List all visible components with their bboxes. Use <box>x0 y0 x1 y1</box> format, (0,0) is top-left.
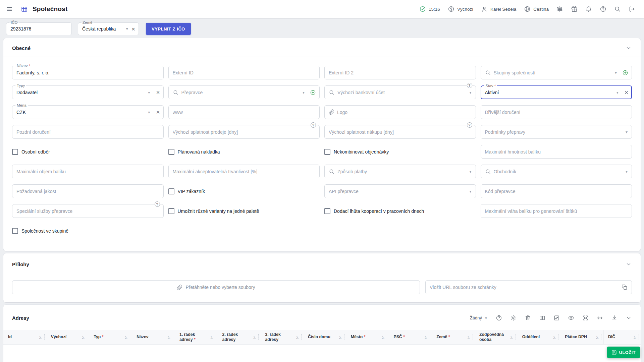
mena-field[interactable]: MěnaCZK▾× <box>12 105 164 119</box>
typy-field[interactable]: TypyDodavatel▾× <box>12 85 164 99</box>
field-help-icon[interactable]: ? <box>155 201 160 207</box>
checkbox-box[interactable] <box>12 228 18 234</box>
aggregate-icon[interactable]: Σ <box>595 335 600 340</box>
column-resize-handle[interactable] <box>173 334 173 340</box>
dropdown-caret-icon[interactable]: ▾ <box>614 71 618 75</box>
maximalni-hmotnost-baliku-field[interactable]: Maximální hmotnost balíku <box>481 145 632 159</box>
add-icon[interactable] <box>622 70 628 76</box>
column-header-zodpovedna-osoba[interactable]: Zodpovědná osobaΣ <box>475 330 518 344</box>
column-resize-handle[interactable] <box>216 334 216 340</box>
search-icon[interactable] <box>614 6 621 12</box>
fit-width-icon[interactable] <box>597 315 603 321</box>
fill-from-ico-button[interactable]: VYPLNIT Z IČO <box>146 23 191 35</box>
www-field[interactable]: www <box>168 105 320 119</box>
field-help-icon[interactable]: ? <box>311 122 316 128</box>
language-menu[interactable]: Čeština <box>524 6 549 12</box>
column-header-vychozi[interactable]: VýchozíΣ <box>46 330 89 344</box>
column-resize-handle[interactable] <box>430 334 430 340</box>
dropdown-caret-icon[interactable]: ▾ <box>302 90 305 95</box>
aggregate-icon[interactable]: Σ <box>381 335 385 340</box>
focus-area-icon[interactable] <box>582 315 589 321</box>
paste-from-clipboard-icon[interactable] <box>622 284 628 290</box>
clear-icon[interactable]: × <box>131 26 135 32</box>
vychozi-bankovni-ucet-field[interactable]: Výchozí bankovní účet▾? <box>324 85 476 99</box>
collapse-chevron-icon[interactable] <box>625 261 632 267</box>
externi-id-field[interactable]: Externí ID <box>168 66 320 79</box>
nekombinovat-objednavky-checkbox[interactable]: Nekombinovat objednávky <box>324 145 476 159</box>
aggregate-icon[interactable]: Σ <box>209 335 214 340</box>
sync-status[interactable]: 15:16 <box>419 6 440 12</box>
help-icon[interactable] <box>496 315 502 321</box>
aggregate-icon[interactable]: Σ <box>81 335 86 340</box>
zpusob-platby-field[interactable]: Způsob platby▾ <box>324 165 476 178</box>
vychozi-splatnost-nakupu-field[interactable]: Výchozí splatnost nákupu [dny]? <box>324 125 476 139</box>
signpost-icon[interactable] <box>556 6 563 12</box>
aggregate-icon[interactable]: Σ <box>509 335 514 340</box>
specialni-sluzby-prepravce-field[interactable]: Speciální služby přepravce? <box>12 204 164 218</box>
skupiny-spolecnosti-field[interactable]: Skupiny společností▾ <box>481 66 632 79</box>
checkbox-box[interactable] <box>168 149 174 155</box>
bell-icon[interactable] <box>585 6 592 12</box>
dropdown-caret-icon[interactable]: ▾ <box>147 110 151 114</box>
column-resize-handle[interactable] <box>44 334 45 340</box>
obchodnik-field[interactable]: Obchodník▾ <box>481 165 632 178</box>
column-header-radek3[interactable]: 3. řádek adresyΣ <box>260 330 303 344</box>
spolecnost-ve-skupine-checkbox[interactable]: Společnost ve skupině <box>12 224 164 238</box>
dropdown-caret-icon[interactable]: ▾ <box>469 170 472 174</box>
column-header-mesto[interactable]: Město *Σ <box>346 330 389 344</box>
maximalni-akceptovatelna-trvanlivost-field[interactable]: Maximální akceptovatelná trvanlivost [%] <box>168 165 320 178</box>
checkbox-box[interactable] <box>324 149 330 155</box>
field-help-icon[interactable]: ? <box>467 122 472 128</box>
column-resize-handle[interactable] <box>601 334 601 340</box>
column-resize-handle[interactable] <box>473 334 473 340</box>
umoznit-ruzne-varianty-checkbox[interactable]: Umožnit různé varianty na jedné paletě <box>168 204 320 218</box>
dropdown-caret-icon[interactable]: ▾ <box>625 170 628 174</box>
checkbox-box[interactable] <box>324 208 330 214</box>
field-help-icon[interactable]: ? <box>467 83 472 88</box>
osobni-odber-checkbox[interactable]: Osobní odběr <box>12 145 164 159</box>
collapse-chevron-icon[interactable] <box>625 45 632 51</box>
visibility-icon[interactable] <box>568 315 574 321</box>
trash-restore-icon[interactable] <box>525 315 531 321</box>
column-resize-handle[interactable] <box>301 334 302 340</box>
gift-icon[interactable] <box>571 6 578 12</box>
maximalni-vaha-baliku-stitky-field[interactable]: Maximální váha balíku pro generování ští… <box>481 204 632 218</box>
api-prepravce-field[interactable]: API přepravce▾ <box>324 184 476 198</box>
prepravce-field[interactable]: Přepravce▾ <box>168 85 320 99</box>
aggregate-icon[interactable]: Σ <box>167 335 171 340</box>
file-dropzone[interactable]: Přetáhněte nebo vyberte soubory <box>12 280 420 294</box>
column-resize-handle[interactable] <box>516 334 516 340</box>
externi-id-2-field[interactable]: Externí ID 2 <box>324 66 476 79</box>
column-resize-handle[interactable] <box>387 334 387 340</box>
dropdown-caret-icon[interactable]: ▾ <box>125 27 129 31</box>
checkbox-box[interactable] <box>168 208 174 214</box>
split-columns-icon[interactable] <box>539 315 545 321</box>
aggregate-icon[interactable]: Σ <box>552 335 557 340</box>
clear-icon[interactable]: × <box>156 89 160 96</box>
checkbox-box[interactable] <box>168 188 174 194</box>
checkbox-box[interactable] <box>12 149 18 155</box>
column-header-platce-dph[interactable]: Plátce DPHΣ <box>560 330 603 344</box>
pozadovana-jakost-field[interactable]: Požadovaná jakost <box>12 184 164 198</box>
column-header-id[interactable]: IdΣ <box>3 330 46 344</box>
aggregate-icon[interactable]: Σ <box>295 335 300 340</box>
ico-field[interactable]: IČO 29231876 <box>6 22 72 35</box>
user-menu[interactable]: Karel Šebela <box>481 6 516 12</box>
currency-menu[interactable]: Výchozí <box>448 6 473 12</box>
file-url-input[interactable]: Vložit URL souboru ze schránky <box>425 280 632 294</box>
column-resize-handle[interactable] <box>558 334 558 340</box>
column-header-zeme[interactable]: Země *Σ <box>432 330 475 344</box>
column-header-radek1[interactable]: 1. řádek adresy *Σ <box>175 330 218 344</box>
aggregate-icon[interactable]: Σ <box>467 335 471 340</box>
column-resize-handle[interactable] <box>130 334 130 340</box>
vip-zakaznik-checkbox[interactable]: VIP zákazník <box>168 184 320 198</box>
aggregate-icon[interactable]: Σ <box>633 335 637 340</box>
kod-prepravce-field[interactable]: Kód přepravce <box>481 184 632 198</box>
vychozi-splatnost-prodeje-field[interactable]: Výchozí splatnost prodeje [dny]? <box>168 125 320 139</box>
pozdni-doruceni-field[interactable]: Pozdní doručení <box>12 125 164 139</box>
maximalni-objem-baliku-field[interactable]: Maximální objem balíku <box>12 165 164 178</box>
group-by-dropdown[interactable]: Žádný ▾ <box>470 315 488 320</box>
aggregate-icon[interactable]: Σ <box>424 335 428 340</box>
column-header-radek2[interactable]: 2. řádek adresyΣ <box>218 330 261 344</box>
column-header-cislo-domu[interactable]: Číslo domuΣ <box>303 330 346 344</box>
